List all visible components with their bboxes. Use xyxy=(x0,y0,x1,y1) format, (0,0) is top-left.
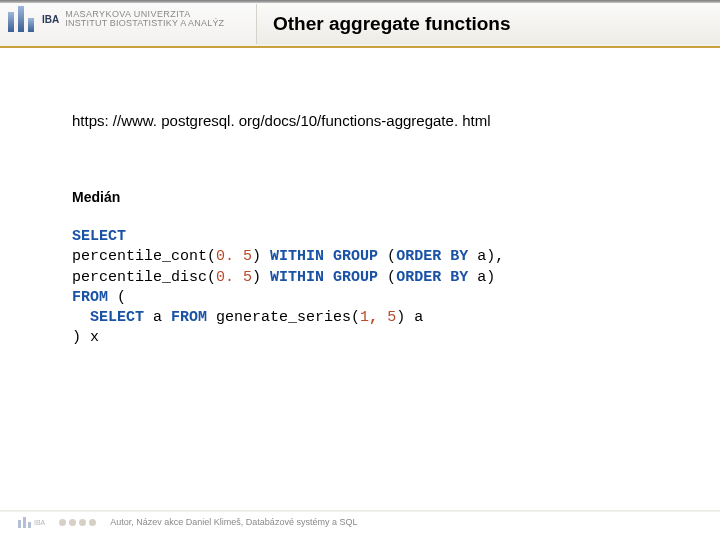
section-heading: Medián xyxy=(72,189,648,205)
footer-text: Autor, Název akce Daniel Klimeš, Databáz… xyxy=(110,517,357,527)
header-top-border xyxy=(0,0,720,3)
footer-logo: IBA xyxy=(18,517,45,528)
footer-dots-icon xyxy=(59,519,96,526)
slide-footer: IBA Autor, Název akce Daniel Klimeš, Dat… xyxy=(0,512,720,532)
title-band: Other aggregate functions xyxy=(256,4,720,44)
logo-bars-icon xyxy=(8,6,34,32)
logo-label: IBA xyxy=(42,14,59,25)
slide-body: https: //www. postgresql. org/docs/10/fu… xyxy=(0,48,720,349)
logo-block: IBA MASARYKOVA UNIVERZITA INSTITUT BIOST… xyxy=(8,6,224,32)
institution-name: MASARYKOVA UNIVERZITA INSTITUT BIOSTATIS… xyxy=(65,10,224,29)
slide-header: IBA MASARYKOVA UNIVERZITA INSTITUT BIOST… xyxy=(0,0,720,48)
footer-logo-label: IBA xyxy=(34,519,45,526)
reference-url: https: //www. postgresql. org/docs/10/fu… xyxy=(72,112,648,129)
code-block: SELECT percentile_cont(0. 5) WITHIN GROU… xyxy=(72,227,648,349)
footer-bars-icon xyxy=(18,517,31,528)
slide-title: Other aggregate functions xyxy=(273,13,511,35)
